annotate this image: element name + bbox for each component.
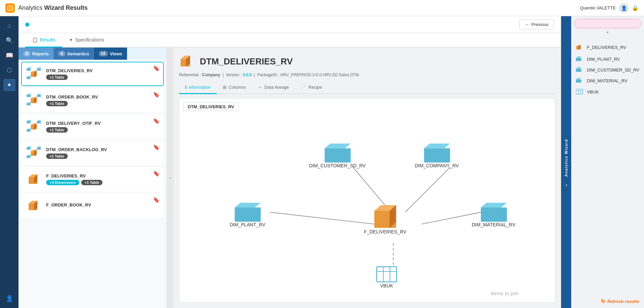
previous-button[interactable]: ← Previous bbox=[519, 20, 554, 29]
refresh-icon: ↻ bbox=[601, 298, 605, 305]
orange-cube-icon bbox=[576, 44, 583, 51]
list-header-semantics[interactable]: 4 Semantics bbox=[54, 48, 94, 60]
panel-toggle[interactable]: › bbox=[167, 48, 174, 308]
svg-rect-7 bbox=[37, 68, 41, 71]
list-item[interactable]: F_DELIVERIES_RV +3 Dimensions +1 Table 🔖 bbox=[21, 167, 164, 191]
svg-text:DIM_COMPANY_RV: DIM_COMPANY_RV bbox=[415, 163, 459, 168]
list-item[interactable]: DTM_ORDER_BACKLOG_RV +1 Table 🔖 bbox=[21, 141, 164, 165]
svg-marker-42 bbox=[27, 146, 32, 147]
item-icon-cluster bbox=[26, 145, 42, 161]
app-title: Analytics Wizard Results bbox=[18, 4, 88, 11]
list-header-reports[interactable]: 4 Reports bbox=[19, 48, 54, 60]
tab-specifications[interactable]: ✦ Specifications bbox=[62, 33, 111, 48]
detail-tab-data-lineage[interactable]: ↔ Data lineage bbox=[252, 81, 295, 94]
right-item[interactable]: VBUK bbox=[571, 86, 644, 97]
right-item[interactable]: DIM_MATERIAL_RV bbox=[571, 75, 644, 86]
item-badge-gray: +1 Table bbox=[81, 180, 103, 185]
tab-results[interactable]: 📋 Results bbox=[25, 33, 62, 48]
list-item[interactable]: DTM_DELIVERIES_RV +1 Table 🔖 bbox=[21, 62, 164, 86]
recipe-icon: 📄 bbox=[301, 85, 306, 90]
semantics-badge: 4 bbox=[58, 51, 65, 56]
right-search-input[interactable] bbox=[574, 19, 641, 28]
main-tabs-row: 📋 Results ✦ Specifications bbox=[19, 33, 561, 48]
prev-arrow-icon: ← bbox=[525, 22, 529, 27]
bookmark-icon: 🔖 bbox=[153, 170, 160, 177]
item-label: DTM_DELIVERY_OTIF_RV bbox=[46, 121, 159, 126]
item-badge: +1 Table bbox=[46, 75, 68, 80]
detail-tab-columns[interactable]: ⊞ Columns bbox=[217, 81, 252, 94]
columns-icon: ⊞ bbox=[223, 85, 226, 90]
sidebar-icon-user[interactable]: 👤 bbox=[3, 292, 16, 305]
svg-marker-92 bbox=[576, 67, 581, 69]
right-panel-footer: ↻ Refresh results bbox=[571, 295, 644, 308]
detail-icon bbox=[179, 53, 196, 70]
svg-rect-95 bbox=[576, 89, 583, 94]
content-area: ← Previous 📋 Results ✦ Specifications bbox=[19, 16, 561, 308]
svg-marker-68 bbox=[424, 143, 450, 148]
right-item[interactable]: DIM_CUSTOMER_SD_RV bbox=[571, 64, 644, 75]
referential-label: Referential : bbox=[179, 73, 202, 77]
bookmark-icon: 🔖 bbox=[153, 144, 160, 150]
item-label: F_DELIVERIES_RV bbox=[46, 173, 159, 178]
detail-tab-information[interactable]: ℹ Information bbox=[179, 81, 217, 94]
svg-rect-43 bbox=[37, 147, 41, 150]
svg-text:DIM_PLANT_RV: DIM_PLANT_RV bbox=[229, 222, 265, 227]
reports-badge: 4 bbox=[23, 51, 30, 56]
list-header: 4 Reports 4 Semantics 10 Views bbox=[19, 48, 166, 60]
svg-marker-71 bbox=[235, 203, 260, 207]
svg-text:DIM_MATERIAL_RV: DIM_MATERIAL_RV bbox=[472, 222, 516, 227]
sidebar-icon-book[interactable]: 📖 bbox=[3, 49, 16, 61]
info-icon: ℹ bbox=[185, 85, 187, 90]
sidebar-icon-network[interactable]: ⬡ bbox=[3, 64, 16, 76]
views-badge: 10 bbox=[99, 51, 108, 56]
list-item[interactable]: DTM_DELIVERY_OTIF_RV +1 Table 🔖 bbox=[21, 114, 164, 139]
referential-value: Company bbox=[202, 73, 220, 77]
svg-rect-31 bbox=[37, 121, 41, 123]
svg-marker-65 bbox=[325, 143, 350, 148]
detail-tab-recipe[interactable]: 📄 Recipe bbox=[295, 81, 328, 94]
item-badges: +3 Dimensions +1 Table bbox=[46, 180, 159, 185]
aw-vertical-strip[interactable]: Analytics Wizard › bbox=[561, 16, 571, 308]
svg-line-60 bbox=[405, 167, 450, 212]
item-label: F_ORDER_BOOK_RV bbox=[46, 202, 159, 207]
right-item[interactable]: F_DELIVERIES_RV bbox=[571, 41, 644, 54]
sidebar-icon-search[interactable]: 🔍 bbox=[3, 34, 16, 47]
item-content: F_ORDER_BOOK_RV bbox=[46, 202, 159, 209]
svg-marker-44 bbox=[37, 146, 41, 147]
right-item[interactable]: DIM_PLANT_RV bbox=[571, 54, 644, 64]
blue-flat-icon bbox=[576, 67, 583, 73]
item-icon-cluster bbox=[26, 92, 42, 108]
item-badge-cyan: +3 Dimensions bbox=[46, 180, 79, 185]
sidebar-icon-home[interactable]: ⌂ bbox=[3, 20, 16, 32]
svg-rect-89 bbox=[576, 58, 581, 61]
detail-panel: DTM_DELIVERIES_RV Referential : Company … bbox=[174, 48, 561, 308]
bookmark-icon: 🔖 bbox=[153, 118, 160, 124]
svg-marker-6 bbox=[27, 67, 32, 68]
sidebar-icon-wizard[interactable]: ✦ bbox=[3, 79, 16, 91]
right-panel-area: Analytics Wizard › ▾ F_DELIVERIES_R bbox=[561, 16, 644, 308]
bookmark-icon: 🔖 bbox=[153, 91, 160, 98]
user-icon[interactable]: 👤 bbox=[619, 3, 628, 13]
svg-rect-9 bbox=[27, 77, 31, 79]
list-header-views[interactable]: 10 Views bbox=[94, 48, 127, 60]
right-expand-icon[interactable]: › bbox=[565, 182, 567, 188]
svg-rect-45 bbox=[27, 156, 31, 158]
svg-rect-21 bbox=[27, 103, 31, 106]
right-dropdown[interactable]: ▾ bbox=[574, 28, 641, 36]
refresh-button[interactable]: ↻ Refresh results bbox=[601, 298, 639, 305]
lock-icon[interactable]: 🔒 bbox=[632, 5, 639, 11]
toolbar: ← Previous bbox=[19, 16, 561, 33]
svg-rect-77 bbox=[481, 207, 507, 222]
item-badges: +1 Table bbox=[46, 127, 159, 133]
svg-rect-5 bbox=[27, 68, 31, 71]
item-content: DTM_DELIVERY_OTIF_RV +1 Table bbox=[46, 121, 159, 133]
list-item[interactable]: F_ORDER_BOOK_RV 🔖 bbox=[21, 193, 164, 218]
right-panel-items: F_DELIVERIES_RV DIM_PLANT_RV D bbox=[571, 39, 644, 295]
item-content: DTM_DELIVERIES_RV +1 Table bbox=[46, 68, 159, 80]
list-item[interactable]: DTM_ORDER_BOOK_RV +1 Table 🔖 bbox=[21, 88, 164, 112]
svg-rect-41 bbox=[27, 147, 31, 150]
item-label: DTM_ORDER_BOOK_RV bbox=[46, 94, 159, 100]
blue-flat-icon bbox=[576, 78, 583, 83]
detail-header: DTM_DELIVERIES_RV bbox=[179, 53, 555, 70]
bookmark-icon: 🔖 bbox=[153, 197, 160, 203]
